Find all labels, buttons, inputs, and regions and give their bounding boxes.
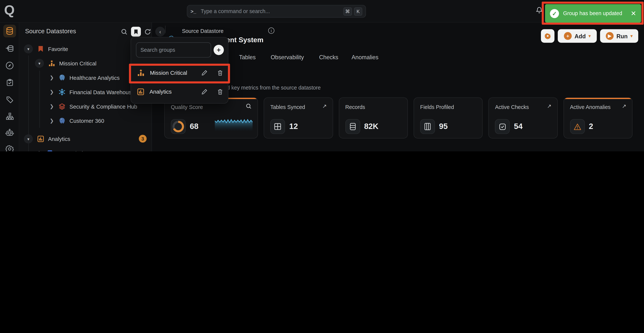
chevron-right-icon[interactable]: ❯ <box>49 75 54 81</box>
rail-settings-icon[interactable] <box>3 143 16 151</box>
tree-item-label: Healthcare Analytics <box>70 75 120 81</box>
metric-value: 95 <box>439 122 448 131</box>
check-square-icon <box>495 119 510 134</box>
toast-message: Group has been updated <box>563 10 628 17</box>
metric-cards-row: Quality Score 68 Tables Synced ↗ 12 Reco… <box>164 97 632 138</box>
tab-anomalies[interactable]: Anomalies <box>352 54 378 60</box>
mission-critical-group-icon <box>48 60 56 67</box>
plus-circle-icon: ＋ <box>564 32 572 40</box>
sidebar-item-crm-platform[interactable]: ❯ CRM Platform <box>19 146 152 151</box>
metric-title: Active Checks <box>495 104 529 110</box>
info-icon[interactable]: i <box>268 28 274 34</box>
toast-notification: ✓ Group has been updated ✕ <box>545 4 641 23</box>
table-grid-icon <box>270 119 285 134</box>
metric-card-active-anomalies[interactable]: Active Anomalies ↗ 2 <box>563 97 632 138</box>
rail-explore-icon[interactable] <box>3 59 16 72</box>
dropdown-item-analytics[interactable]: Analytics <box>131 83 228 101</box>
chevron-right-icon[interactable]: ❯ <box>49 89 54 95</box>
settings-button[interactable] <box>541 29 554 43</box>
add-button[interactable]: ＋ Add ▾ <box>558 29 597 43</box>
tree-item-label: Financial Data Warehouse <box>70 89 135 95</box>
success-check-icon: ✓ <box>550 9 559 18</box>
groups-dropdown: ＋ Mission Critical Analytics <box>130 37 228 104</box>
tab-tables[interactable]: Tables <box>239 54 256 60</box>
overview-subtitle-fragment: and key metrics from the source datastor… <box>221 85 321 91</box>
quality-sparkline <box>215 116 253 132</box>
pencil-icon[interactable] <box>201 89 208 95</box>
tree-item-label: Customer 360 <box>70 118 104 124</box>
sidebar-item-customer-360[interactable]: ❯ Customer 360 <box>19 114 152 128</box>
trash-icon[interactable] <box>217 89 223 95</box>
metric-card-fields-profiled[interactable]: Fields Profiled 95 <box>414 97 483 138</box>
terminal-prompt-icon: >_ <box>190 9 196 14</box>
chevron-down-icon[interactable]: ▾ <box>24 134 33 143</box>
postgresql-icon <box>58 117 66 125</box>
metric-title: Active Anomalies <box>570 104 610 110</box>
analytics-group-icon <box>137 88 144 96</box>
rail-source-datastores-icon[interactable] <box>3 25 16 37</box>
rail-enrichment-datastores-icon[interactable] <box>3 42 16 55</box>
metric-value: 12 <box>289 122 298 131</box>
chevron-right-icon[interactable]: ❯ <box>49 104 54 109</box>
chevron-down-icon[interactable]: ▾ <box>35 59 44 68</box>
card-accent <box>564 98 632 99</box>
tree-item-label: Favorite <box>48 46 68 52</box>
postgresql-icon <box>58 74 66 82</box>
chevron-down-icon: ▾ <box>630 34 632 38</box>
database-icon <box>345 119 360 134</box>
command-palette[interactable]: >_ ⌘ K <box>187 5 366 18</box>
sidebar-refresh-icon[interactable] <box>142 27 152 37</box>
tab-observability[interactable]: Observability <box>271 54 304 60</box>
dropdown-item-mission-critical[interactable]: Mission Critical <box>131 64 228 82</box>
metric-title: Tables Synced <box>270 104 305 110</box>
warning-triangle-icon <box>570 119 584 134</box>
add-group-button[interactable]: ＋ <box>214 45 224 55</box>
app-logo[interactable]: Q <box>4 3 14 18</box>
rail-teams-icon[interactable] <box>3 110 16 122</box>
icon-rail <box>0 23 19 151</box>
run-button[interactable]: ▶ Run ▾ <box>600 29 638 43</box>
sidebar-item-analytics[interactable]: ▾ Analytics <box>19 132 152 146</box>
rail-tags-icon[interactable] <box>3 93 16 106</box>
rail-checks-icon[interactable] <box>3 76 16 89</box>
analytics-count-badge: 3 <box>139 135 146 143</box>
rail-ai-bot-icon[interactable] <box>3 126 16 139</box>
metric-title: Quality Score <box>171 104 203 110</box>
metric-card-records[interactable]: Records 82K <box>338 97 408 138</box>
bigquery-icon <box>46 149 54 151</box>
sidebar-search-icon[interactable] <box>119 27 129 37</box>
external-link-icon[interactable]: ↗ <box>547 103 552 109</box>
metric-card-active-checks[interactable]: Active Checks ↗ 54 <box>488 97 558 138</box>
analytics-group-icon <box>36 135 44 143</box>
command-search-input[interactable] <box>200 8 341 15</box>
tree-item-label: Security & Compliance Hub <box>70 103 137 110</box>
external-link-icon[interactable]: ↗ <box>322 103 327 109</box>
bookmark-icon <box>36 45 44 53</box>
bell-icon[interactable] <box>536 7 543 14</box>
collapse-sidebar-button[interactable]: ‹ <box>155 27 165 37</box>
metric-title: Records <box>345 104 365 110</box>
tree-item-label: Analytics <box>48 136 70 142</box>
search-groups-input[interactable] <box>136 42 211 57</box>
cmd-keycap: ⌘ <box>343 7 352 15</box>
metric-value: 82K <box>364 122 378 131</box>
chevron-right-icon[interactable]: ❯ <box>37 150 42 151</box>
metric-card-tables-synced[interactable]: Tables Synced ↗ 12 <box>264 97 333 138</box>
pencil-icon[interactable] <box>201 70 208 76</box>
chevron-right-icon[interactable]: ❯ <box>49 118 54 124</box>
external-link-icon[interactable]: ↗ <box>622 103 626 109</box>
app-window: Q >_ ⌘ K ✓ Group has been updated ✕ <box>0 0 644 151</box>
toast-close-icon[interactable]: ✕ <box>631 10 636 17</box>
tab-checks[interactable]: Checks <box>319 54 338 60</box>
k-keycap: K <box>354 7 362 15</box>
trash-icon[interactable] <box>217 70 223 76</box>
metric-value: 2 <box>589 122 593 131</box>
sidebar-bookmark-filter-button[interactable] <box>131 27 141 37</box>
add-button-label: Add <box>574 33 586 39</box>
gauge-icon <box>171 119 186 134</box>
metric-title: Fields Profiled <box>420 104 454 110</box>
chevron-down-icon[interactable]: ▾ <box>24 44 33 53</box>
metric-value: 54 <box>514 122 522 131</box>
tree-item-label: CRM Platform <box>58 150 92 151</box>
search-icon[interactable] <box>246 103 252 109</box>
